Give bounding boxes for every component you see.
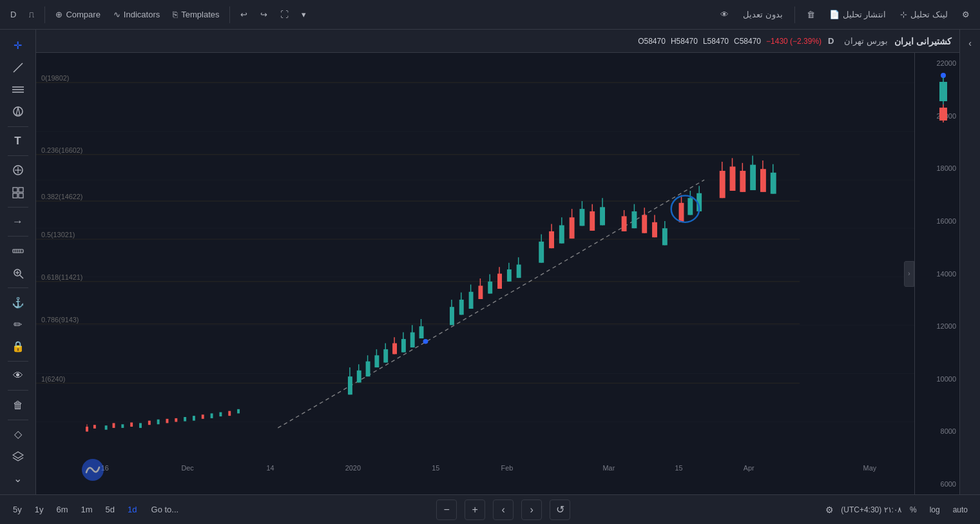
svg-rect-51 bbox=[93, 425, 96, 429]
publish-label: انتشار تحلیل bbox=[843, 10, 887, 19]
sidebar-divider-7 bbox=[8, 390, 28, 391]
publish-button[interactable]: انتشار تحلیل 📄 bbox=[824, 6, 892, 23]
sidebar-lock[interactable]: 🔒 bbox=[6, 336, 30, 357]
open-value: O58470 bbox=[638, 37, 666, 46]
goto-button[interactable]: Go to... bbox=[145, 502, 186, 517]
divider-right bbox=[794, 6, 795, 23]
high-value: H58470 bbox=[671, 37, 698, 46]
svg-text:Apr: Apr bbox=[744, 464, 754, 472]
sidebar-zoom[interactable] bbox=[6, 262, 30, 283]
scroll-left-button[interactable]: ‹ bbox=[493, 500, 514, 520]
sidebar-arrow[interactable]: → bbox=[6, 211, 30, 232]
svg-text:0.236(16602): 0.236(16602) bbox=[41, 146, 83, 154]
svg-text:Mar: Mar bbox=[603, 464, 615, 472]
sidebar-diamond[interactable]: ◇ bbox=[6, 424, 30, 445]
svg-marker-5 bbox=[16, 108, 20, 115]
timeframe-5d[interactable]: 5d bbox=[101, 502, 120, 517]
trash-icon: 🗑 bbox=[807, 10, 815, 19]
redo-icon: ↪ bbox=[260, 10, 267, 19]
svg-rect-67 bbox=[237, 409, 240, 414]
auto-scale-button[interactable]: auto bbox=[948, 503, 972, 516]
pct-scale-button[interactable]: % bbox=[905, 503, 921, 516]
svg-rect-54 bbox=[121, 424, 124, 428]
svg-text:Dec: Dec bbox=[181, 464, 194, 472]
compare-button[interactable]: ⊕ Compare bbox=[50, 6, 105, 23]
collapse-right-panel[interactable]: › bbox=[904, 261, 914, 287]
timeframe-5y[interactable]: 5y bbox=[8, 502, 27, 517]
sidebar-fib[interactable] bbox=[6, 182, 30, 202]
sidebar-shapes[interactable] bbox=[6, 101, 30, 122]
zoom-in-button[interactable]: + bbox=[465, 500, 485, 520]
sidebar-layers[interactable] bbox=[6, 446, 30, 467]
no-adjust-button[interactable]: بدون تعدیل bbox=[738, 6, 788, 23]
templates-button[interactable]: ⎘ Templates bbox=[168, 6, 224, 23]
svg-rect-11 bbox=[13, 193, 17, 198]
sidebar-divider-2 bbox=[8, 155, 28, 156]
sidebar-eye[interactable]: 👁 bbox=[6, 365, 30, 386]
compare-icon: ⊕ bbox=[55, 10, 62, 19]
sidebar-trend-line[interactable] bbox=[6, 57, 30, 77]
svg-point-157 bbox=[941, 73, 946, 78]
dropdown-button[interactable]: ▾ bbox=[296, 6, 311, 23]
right-panel-collapse[interactable]: ‹ bbox=[962, 35, 979, 52]
timeframe-1y[interactable]: 1y bbox=[30, 502, 49, 517]
sidebar-trash[interactable]: 🗑 bbox=[6, 394, 30, 415]
sidebar-horizontal-line[interactable] bbox=[6, 79, 30, 100]
bar-style-icon: ⎍ bbox=[29, 10, 34, 19]
time-display: ۲۱:۰۸ (UTC+4:30) bbox=[841, 505, 901, 514]
link-button[interactable]: لینک تحلیل ⊹ bbox=[895, 6, 953, 23]
svg-rect-60 bbox=[175, 418, 177, 422]
log-scale-button[interactable]: log bbox=[925, 503, 945, 516]
svg-line-0 bbox=[14, 63, 23, 72]
chart-svg-wrapper[interactable]: 0(19802) 0.236(16602) 0.382(14622) 0.5(1… bbox=[36, 53, 959, 494]
sidebar-divider-6 bbox=[8, 361, 28, 362]
timeframe-6m[interactable]: 6m bbox=[51, 502, 73, 517]
no-adjust-label: بدون تعدیل bbox=[743, 10, 783, 19]
sidebar-anchor[interactable]: ⚓ bbox=[6, 292, 30, 313]
close-value: C58470 bbox=[734, 37, 761, 46]
svg-rect-52 bbox=[105, 425, 108, 430]
top-toolbar: D ⎍ ⊕ Compare ∿ Indicators ⎘ Templates ↩… bbox=[0, 0, 980, 30]
bottom-center-controls: − + ‹ › ↺ bbox=[187, 500, 819, 520]
redo-button[interactable]: ↪ bbox=[255, 6, 273, 23]
svg-text:0.382(14622): 0.382(14622) bbox=[41, 193, 83, 200]
svg-text:15: 15 bbox=[432, 464, 439, 472]
share-icon: ⊹ bbox=[900, 10, 907, 19]
divider-1 bbox=[44, 6, 45, 23]
indicators-button[interactable]: ∿ Indicators bbox=[108, 6, 165, 23]
timeframe-button[interactable]: D bbox=[5, 6, 21, 23]
reset-button[interactable]: ↺ bbox=[550, 500, 570, 520]
eye-button[interactable]: 👁 bbox=[715, 6, 734, 23]
undo-button[interactable]: ↩ bbox=[235, 6, 253, 23]
ohlc-values: O58470 H58470 L58470 C58470 −1430 (−2.39… bbox=[638, 37, 821, 46]
zoom-out-button[interactable]: − bbox=[436, 500, 457, 520]
svg-rect-63 bbox=[202, 414, 204, 419]
sidebar-crosshair[interactable]: ✛ bbox=[6, 35, 30, 55]
svg-rect-56 bbox=[139, 423, 142, 428]
settings-button[interactable]: ⚙ bbox=[957, 6, 975, 23]
bottom-right: auto log % ۲۱:۰۸ (UTC+4:30) ⚙ bbox=[821, 502, 972, 518]
sidebar-projection[interactable] bbox=[6, 160, 30, 180]
symbol-bar: کشتیرانی ایران بورس تهران D O58470 H5847… bbox=[36, 30, 959, 53]
main-area: ✛ T → ⚓ ✏ 🔒 👁 🗑 bbox=[0, 30, 980, 494]
svg-text:0(19802): 0(19802) bbox=[41, 74, 69, 82]
right-mini-panel bbox=[914, 53, 959, 494]
svg-text:0.786(9143): 0.786(9143) bbox=[41, 316, 79, 324]
timeframe-1d[interactable]: 1d bbox=[122, 502, 142, 517]
publish-icon: 📄 bbox=[829, 10, 840, 19]
bar-style-button[interactable]: ⎍ bbox=[24, 6, 39, 23]
sidebar-brush[interactable]: ✏ bbox=[6, 314, 30, 335]
chart-svg[interactable]: 0(19802) 0.236(16602) 0.382(14622) 0.5(1… bbox=[36, 53, 914, 476]
sidebar-ruler[interactable] bbox=[6, 240, 30, 261]
trash-button[interactable]: 🗑 bbox=[802, 6, 820, 23]
fullscreen-button[interactable]: ⛶ bbox=[275, 6, 294, 23]
chart-settings-gear[interactable]: ⚙ bbox=[821, 502, 837, 518]
timeframe-1m[interactable]: 1m bbox=[76, 502, 98, 517]
scroll-right-button[interactable]: › bbox=[521, 500, 542, 520]
sidebar-divider-3 bbox=[8, 207, 28, 208]
svg-text:May: May bbox=[863, 464, 877, 472]
sidebar-chevron-down[interactable]: ⌄ bbox=[6, 469, 30, 489]
sidebar-text[interactable]: T bbox=[6, 131, 30, 151]
svg-rect-53 bbox=[113, 423, 115, 428]
sidebar-divider-8 bbox=[8, 420, 28, 420]
